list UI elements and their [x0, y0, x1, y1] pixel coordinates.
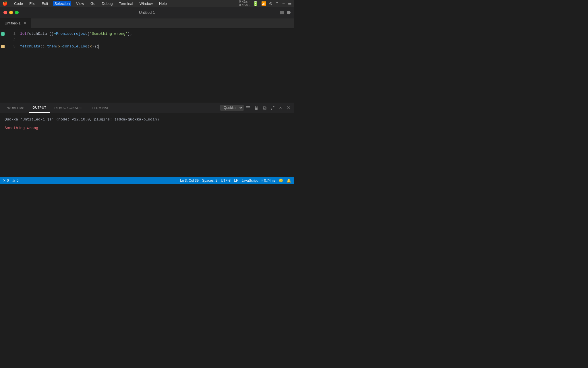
language-indicator[interactable]: JavaScript	[241, 179, 258, 183]
fn-reject: reject	[74, 31, 87, 37]
fn-then: then	[47, 43, 56, 50]
tab-close-icon[interactable]: ✕	[24, 21, 26, 25]
menu-go[interactable]: Go	[89, 1, 96, 6]
tab-debug-console[interactable]: DEBUG CONSOLE	[51, 103, 87, 113]
editor-scrollbar[interactable]	[291, 28, 294, 103]
menu-edit[interactable]: Edit	[40, 1, 49, 6]
svg-rect-1	[282, 11, 284, 14]
control-center-icon[interactable]: ⊙	[269, 1, 272, 6]
apple-menu[interactable]: 🍎	[2, 1, 8, 6]
eol-indicator[interactable]: LF	[234, 179, 238, 183]
dot1: .	[72, 31, 74, 37]
menu-code[interactable]: Code	[13, 1, 24, 6]
list-icon[interactable]: ☰	[288, 1, 292, 6]
menu-view[interactable]: View	[75, 1, 85, 6]
warning-count[interactable]: ⚠ 0	[12, 179, 19, 183]
warning-icon: ⚠	[12, 179, 16, 183]
menu-debug[interactable]: Debug	[100, 1, 114, 6]
tab-terminal-label: TERMINAL	[92, 106, 109, 110]
tabbar: Untitled-1 ✕	[0, 18, 294, 28]
paren-close: )	[51, 31, 54, 37]
str-something-wrong: 'Something wrong'	[90, 31, 128, 37]
panel-list-icon[interactable]	[245, 105, 252, 111]
encoding-indicator[interactable]: UTF-8	[221, 179, 231, 183]
svg-rect-7	[263, 106, 265, 109]
error-output: Something wrong	[5, 125, 289, 131]
maximize-button[interactable]	[15, 11, 19, 14]
var-fetchData: fetchData	[27, 31, 47, 37]
svg-rect-5	[255, 108, 258, 110]
performance-indicator: × 0.74ms	[261, 179, 275, 183]
kw-let: let	[20, 31, 27, 37]
panel-lock-icon[interactable]	[253, 105, 260, 111]
svg-rect-6	[264, 107, 266, 110]
tab-untitled1[interactable]: Untitled-1 ✕	[0, 18, 31, 28]
line-number-2: 2	[6, 37, 20, 43]
panel-chevron-up-icon[interactable]	[277, 105, 284, 111]
code-line-3: fetchData () . then ( x ⇒ console . log …	[20, 43, 291, 50]
code-editor[interactable]: 1 2 3 let fetchData = ( ) ⇒ Promise . re…	[0, 28, 294, 103]
error-count[interactable]: ✕ 0	[3, 179, 9, 183]
menu-selection[interactable]: Selection	[53, 1, 71, 6]
menu-file[interactable]: File	[28, 1, 36, 6]
wifi-icon: 📶	[261, 1, 266, 6]
panel-content: Quokka 'Untitled-1.js' (node: v12.10.0, …	[0, 113, 294, 177]
split-editor-icon[interactable]	[279, 10, 285, 15]
paren5: (	[56, 43, 58, 50]
spaces-indicator[interactable]: Spaces: 2	[202, 179, 217, 183]
tab-problems[interactable]: PROBLEMS	[2, 103, 28, 113]
panel-expand-icon[interactable]	[269, 105, 276, 111]
paren3: )	[128, 31, 130, 37]
breakpoint-yellow-dot	[1, 45, 5, 48]
source-select[interactable]: Quokka	[220, 105, 243, 111]
fn-fetchData-call: fetchData	[20, 43, 40, 50]
window-title: Untitled-1	[139, 10, 155, 15]
network-stats: 0 KB/s ↑0 KB/s ↓	[239, 0, 250, 7]
tab-output[interactable]: OUTPUT	[29, 103, 50, 113]
semi2: ;	[96, 43, 98, 50]
tab-problems-label: PROBLEMS	[6, 106, 24, 110]
arrow: ⇒	[54, 31, 56, 37]
menu-terminal[interactable]: Terminal	[118, 1, 134, 6]
panel-actions: Quokka	[220, 105, 292, 111]
breakpoint-2[interactable]	[0, 37, 6, 43]
cursor-position[interactable]: Ln 3, Col 39	[180, 179, 199, 183]
param-x: x	[58, 43, 61, 50]
close-button[interactable]	[3, 11, 7, 14]
menu-window[interactable]: Window	[138, 1, 154, 6]
fn-log: log	[81, 43, 87, 50]
smiley-icon[interactable]: 🙂	[279, 179, 283, 183]
editor-area: 1 2 3 let fetchData = ( ) ⇒ Promise . re…	[0, 28, 294, 177]
paren6: (	[87, 43, 90, 50]
code-content[interactable]: let fetchData = ( ) ⇒ Promise . reject (…	[20, 28, 291, 103]
tab-terminal[interactable]: TERMINAL	[88, 103, 113, 113]
dot3: .	[78, 43, 81, 50]
panel-close-icon[interactable]	[285, 105, 292, 111]
paren2: (	[87, 31, 90, 37]
semi1: ;	[130, 31, 132, 37]
panel-copy-icon[interactable]	[261, 105, 268, 111]
paren7: )	[92, 43, 94, 50]
finder-icon[interactable]: ⌃	[275, 1, 279, 6]
output-panel: PROBLEMS OUTPUT DEBUG CONSOLE TERMINAL Q…	[0, 103, 294, 177]
svg-rect-3	[246, 108, 250, 108]
statusbar: ✕ 0 ⚠ 0 Ln 3, Col 39 Spaces: 2 UTF-8 LF …	[0, 177, 294, 184]
param-x2: x	[90, 43, 92, 50]
menu-help[interactable]: Help	[158, 1, 168, 6]
battery-icon: 🔋	[253, 1, 258, 6]
quokka-header: Quokka 'Untitled-1.js' (node: v12.10.0, …	[5, 116, 289, 123]
error-icon: ✕	[3, 179, 6, 183]
breakpoint-3[interactable]	[0, 43, 6, 50]
status-dot	[287, 11, 291, 14]
paren8: )	[94, 43, 96, 50]
panel-tabbar: PROBLEMS OUTPUT DEBUG CONSOLE TERMINAL Q…	[0, 103, 294, 113]
breakpoint-1[interactable]	[0, 31, 6, 37]
line-number-3: 3	[6, 43, 20, 50]
minimize-button[interactable]	[9, 11, 13, 14]
notification-icon[interactable]: 🔔	[287, 179, 291, 183]
titlebar-actions	[279, 10, 291, 15]
line-numbers: 1 2 3	[6, 28, 20, 103]
eq: =	[47, 31, 49, 37]
breakpoint-green-dot	[1, 32, 5, 36]
more-icon[interactable]: ···	[282, 1, 285, 6]
